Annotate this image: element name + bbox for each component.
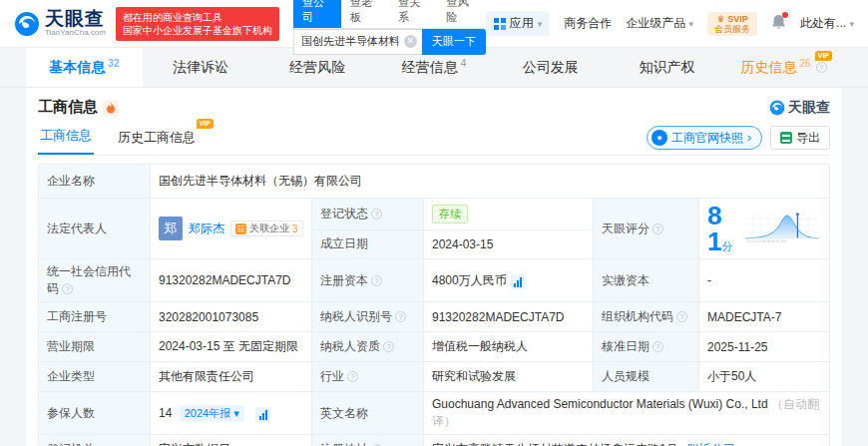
reg-capital-value: 4800万人民币 [424, 259, 594, 302]
tab-legal-proceedings[interactable]: 法律诉讼 [143, 48, 259, 87]
field-label: 人员规模 [594, 362, 699, 392]
english-name-value: Guochuang Advanced Semiconductor Materia… [424, 392, 830, 435]
taxpayer-quality-value: 增值税一般纳税人 [424, 332, 594, 362]
excel-icon [780, 132, 792, 144]
vip-badge: VIP [197, 119, 214, 129]
field-label: 登记状态? [312, 199, 424, 230]
field-label: 组织机构代码? [594, 302, 699, 332]
help-icon[interactable]: ? [652, 223, 663, 234]
apps-menu[interactable]: 应用▾ [486, 11, 551, 36]
field-label: 纳税人识别号? [312, 302, 424, 332]
notification-dot [782, 12, 788, 18]
search-tab-company[interactable]: 查公司 [293, 0, 341, 28]
related-companies-badge[interactable]: ☷ 关联企业3 [230, 221, 303, 236]
search-block: 查公司 查老板 查关系 查风险 ✕ 天眼一下 [293, 0, 486, 55]
field-label: 英文名称 [312, 392, 424, 435]
user-account-menu[interactable]: 此处有... ▾ [800, 15, 854, 32]
table-row: 工商注册号 320282001073085 纳税人识别号? 91320282MA… [39, 302, 830, 332]
hot-flame-icon [103, 100, 119, 116]
field-label: 注册资本? [312, 259, 424, 302]
tianyan-score-cell[interactable]: 81分 [699, 199, 830, 259]
export-button[interactable]: 导出 [770, 126, 830, 150]
help-icon[interactable]: ? [371, 209, 382, 220]
search-button[interactable]: 天眼一下 [422, 29, 486, 55]
tab-basic-info[interactable]: 基本信息32 [26, 48, 143, 87]
subtab-business-info[interactable]: 工商信息 [38, 121, 94, 155]
help-icon[interactable]: ? [383, 341, 394, 352]
search-tabs: 查公司 查老板 查关系 查风险 [293, 0, 486, 29]
score-value: 81 [707, 201, 721, 256]
field-label: 核准日期? [594, 332, 699, 362]
field-label: 行业? [312, 362, 424, 392]
snapshot-badge-icon: ● [651, 130, 667, 146]
field-label: 企业名称 [39, 165, 151, 199]
annual-report-tag[interactable]: 2024年报 ▾ [180, 405, 244, 421]
field-label: 实缴资本 [594, 259, 699, 302]
reg-authority-value: 宜兴市数据局 [151, 435, 312, 446]
staff-size-value: 小于50人 [699, 362, 830, 392]
table-row: 法定代表人 郑 郑际杰 ☷ 关联企业3 登记状态? 存续 天眼评分? 81分 [39, 199, 830, 230]
help-icon[interactable]: ? [395, 311, 406, 322]
official-snapshot-button[interactable]: ● 工商官网快照› [647, 126, 762, 150]
eye-logo-icon [14, 11, 40, 37]
section-title: 工商信息 [38, 98, 119, 117]
tab-intellectual-property[interactable]: 知识产权 [609, 48, 725, 87]
establish-date-value: 2024-03-15 [424, 229, 594, 258]
table-row: 营业期限 2024-03-15 至 无固定期限 纳税人资质? 增值税一般纳税人 … [39, 332, 830, 362]
table-row: 企业类型 其他有限责任公司 行业? 研究和试验发展 人员规模 小于50人 [39, 362, 830, 392]
insured-trend-icon[interactable] [255, 407, 270, 422]
legal-rep-avatar[interactable]: 郑 [159, 217, 183, 240]
help-icon[interactable]: ? [816, 62, 827, 73]
capital-trend-icon[interactable] [511, 274, 526, 289]
insured-count-value: 14 2024年报 ▾ [151, 392, 312, 435]
reg-number-value: 320282001073085 [151, 302, 312, 332]
search-tab-boss[interactable]: 查老板 [341, 0, 389, 28]
grid-icon [494, 18, 506, 30]
field-label: 纳税人资质? [312, 332, 424, 362]
field-label: 天眼评分? [594, 199, 699, 259]
table-row: 参保人数 14 2024年报 ▾ 英文名称 Guochuang Advanced… [39, 392, 830, 435]
org-code-value: MADECJTA-7 [699, 302, 830, 332]
search-tab-relation[interactable]: 查关系 [389, 0, 437, 28]
clear-search-icon[interactable]: ✕ [404, 35, 417, 48]
field-label: 企业类型 [39, 362, 151, 392]
business-info-card: 工商信息 天眼查 工商信息 历史工商信息 VIP ● 工商官网快照› 导出 [26, 88, 842, 446]
nearby-companies-link[interactable]: 附近公司 [687, 442, 735, 446]
help-icon[interactable]: ? [652, 341, 663, 352]
legal-rep-name-link[interactable]: 郑际杰 [189, 221, 224, 237]
tab-company-development[interactable]: 公司发展 [492, 48, 609, 87]
top-bar: 天眼查 TianYanCha.com 都在用的商业查询工具 国家中小企业发展子基… [0, 0, 868, 48]
svg-text:0 1 3 5 10 30 60 80 95 100: 0 1 3 5 10 30 60 80 95 100 [747, 239, 786, 243]
industry-value: 研究和试验发展 [424, 362, 594, 392]
reg-address-value: 宜兴市高塍镇天生圩村范道农林场鑫运来路1号 附近公司 [424, 435, 830, 446]
table-row: 企业名称 国创先进半导体材料（无锡）有限公司 [39, 165, 830, 199]
status-badge: 存续 [432, 205, 468, 223]
menu-business-cooperation[interactable]: 商务合作 [564, 15, 612, 32]
field-label: 统一社会信用代码? [39, 259, 151, 302]
search-tab-risk[interactable]: 查风险 [437, 0, 485, 28]
help-icon[interactable]: ? [62, 283, 73, 294]
help-icon[interactable]: ? [676, 311, 687, 322]
field-label: 注册地址? [312, 435, 424, 446]
company-type-value: 其他有限责任公司 [151, 362, 312, 392]
subtab-history-business-info[interactable]: 历史工商信息 VIP [116, 123, 198, 155]
approval-date-value: 2025-11-25 [699, 332, 830, 362]
tianyancha-logo[interactable]: 天眼查 TianYanCha.com [14, 10, 106, 37]
field-label: 登记机关 [39, 435, 151, 446]
taxpayer-id-value: 91320282MADECJTA7D [424, 302, 594, 332]
search-input[interactable] [293, 29, 422, 55]
help-icon[interactable]: ? [347, 371, 358, 382]
reg-status-value: 存续 [424, 199, 594, 230]
menu-enterprise-products[interactable]: 企业级产品 ▾ [626, 15, 693, 32]
field-label: 营业期限 [39, 332, 151, 362]
help-icon[interactable]: ? [371, 275, 382, 286]
svip-member-badge[interactable]: ♛ SVIP 会员服务 [707, 12, 757, 36]
tab-history-info[interactable]: VIP 历史信息26 ? [725, 48, 842, 87]
brand-slogan: 都在用的商业查询工具 国家中小企业发展子基金旗下机构 [116, 7, 279, 41]
field-label: 参保人数 [39, 392, 151, 435]
top-menu: 应用▾ 商务合作 企业级产品 ▾ ♛ SVIP 会员服务 此处有... ▾ [486, 11, 854, 36]
field-label: 法定代表人 [39, 199, 151, 259]
notifications-bell-icon[interactable] [771, 14, 786, 33]
vip-badge: VIP [815, 51, 832, 61]
legal-rep-cell: 郑 郑际杰 ☷ 关联企业3 [151, 199, 312, 259]
